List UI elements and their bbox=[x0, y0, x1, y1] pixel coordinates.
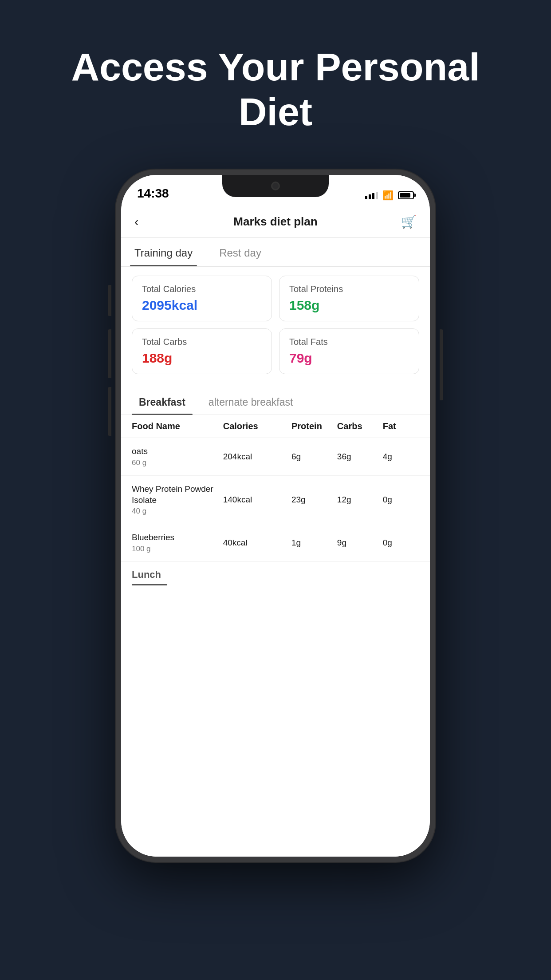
food-carbs-cell: 12g bbox=[337, 495, 383, 505]
wifi-icon: 📶 bbox=[382, 190, 394, 201]
tab-rest-day[interactable]: Rest day bbox=[206, 238, 275, 266]
page-title: Marks diet plan bbox=[157, 215, 394, 229]
col-header-food-name: Food Name bbox=[132, 421, 223, 431]
food-fat-cell: 0g bbox=[383, 495, 419, 505]
food-name-cell: Whey Protein Powder Isolate 40 g bbox=[132, 484, 223, 516]
stat-label-calories: Total Calories bbox=[142, 284, 262, 294]
food-name-cell: Blueberries 100 g bbox=[132, 532, 223, 553]
tab-alternate-breakfast[interactable]: alternate breakfast bbox=[201, 390, 300, 415]
power-button bbox=[440, 329, 443, 400]
stat-card-calories: Total Calories 2095kcal bbox=[132, 276, 272, 321]
tab-breakfast[interactable]: Breakfast bbox=[132, 390, 193, 415]
food-carbs-cell: 9g bbox=[337, 538, 383, 548]
cart-icon: 🛒 bbox=[401, 214, 417, 229]
food-protein-cell: 23g bbox=[291, 495, 337, 505]
lunch-section-label: Lunch bbox=[121, 562, 430, 584]
food-calories-cell: 40kcal bbox=[223, 538, 291, 548]
food-table: Food Name Calories Protein Carbs Fat oat… bbox=[121, 415, 430, 857]
col-header-carbs: Carbs bbox=[337, 421, 383, 431]
lunch-section-underline bbox=[132, 584, 167, 585]
phone-frame: 14:38 📶 ‹ Marks diet pla bbox=[116, 170, 435, 862]
stat-value-carbs: 188g bbox=[142, 351, 262, 366]
day-tabs: Training day Rest day bbox=[121, 238, 430, 267]
back-button[interactable]: ‹ bbox=[134, 215, 157, 229]
stats-grid: Total Calories 2095kcal Total Proteins 1… bbox=[121, 267, 430, 383]
food-fat-cell: 0g bbox=[383, 538, 419, 548]
status-time: 14:38 bbox=[137, 186, 169, 201]
food-protein-cell: 6g bbox=[291, 452, 337, 462]
signal-icon bbox=[365, 192, 378, 199]
volume-up-button bbox=[108, 329, 111, 378]
stat-value-calories: 2095kcal bbox=[142, 298, 262, 313]
food-name-cell: oats 60 g bbox=[132, 446, 223, 467]
col-header-protein: Protein bbox=[291, 421, 337, 431]
phone-mockup: 14:38 📶 ‹ Marks diet pla bbox=[116, 170, 435, 862]
food-calories-cell: 140kcal bbox=[223, 495, 291, 505]
volume-silent-button bbox=[108, 285, 111, 316]
status-icons: 📶 bbox=[365, 190, 414, 201]
col-header-calories: Calories bbox=[223, 421, 291, 431]
stat-card-carbs: Total Carbs 188g bbox=[132, 328, 272, 374]
stat-value-proteins: 158g bbox=[289, 298, 409, 313]
col-header-fat: Fat bbox=[383, 421, 419, 431]
navigation-bar: ‹ Marks diet plan 🛒 bbox=[121, 206, 430, 238]
stat-value-fats: 79g bbox=[289, 351, 409, 366]
food-calories-cell: 204kcal bbox=[223, 452, 291, 462]
phone-screen: 14:38 📶 ‹ Marks diet pla bbox=[121, 175, 430, 857]
table-row: Whey Protein Powder Isolate 40 g 140kcal… bbox=[121, 476, 430, 524]
stat-label-fats: Total Fats bbox=[289, 337, 409, 347]
hero-title: Access Your Personal Diet bbox=[0, 44, 551, 134]
stat-card-proteins: Total Proteins 158g bbox=[279, 276, 419, 321]
cart-button[interactable]: 🛒 bbox=[394, 214, 417, 229]
table-header: Food Name Calories Protein Carbs Fat bbox=[121, 415, 430, 438]
front-camera bbox=[271, 182, 280, 190]
stat-label-proteins: Total Proteins bbox=[289, 284, 409, 294]
volume-down-button bbox=[108, 387, 111, 436]
table-row: Blueberries 100 g 40kcal 1g 9g 0g bbox=[121, 524, 430, 562]
table-row: oats 60 g 204kcal 6g 36g 4g bbox=[121, 438, 430, 476]
meal-tabs: Breakfast alternate breakfast bbox=[121, 383, 430, 415]
battery-icon bbox=[398, 191, 414, 199]
food-carbs-cell: 36g bbox=[337, 452, 383, 462]
stat-card-fats: Total Fats 79g bbox=[279, 328, 419, 374]
notch bbox=[222, 175, 329, 197]
food-fat-cell: 4g bbox=[383, 452, 419, 462]
tab-training-day[interactable]: Training day bbox=[121, 238, 206, 266]
stat-label-carbs: Total Carbs bbox=[142, 337, 262, 347]
food-protein-cell: 1g bbox=[291, 538, 337, 548]
